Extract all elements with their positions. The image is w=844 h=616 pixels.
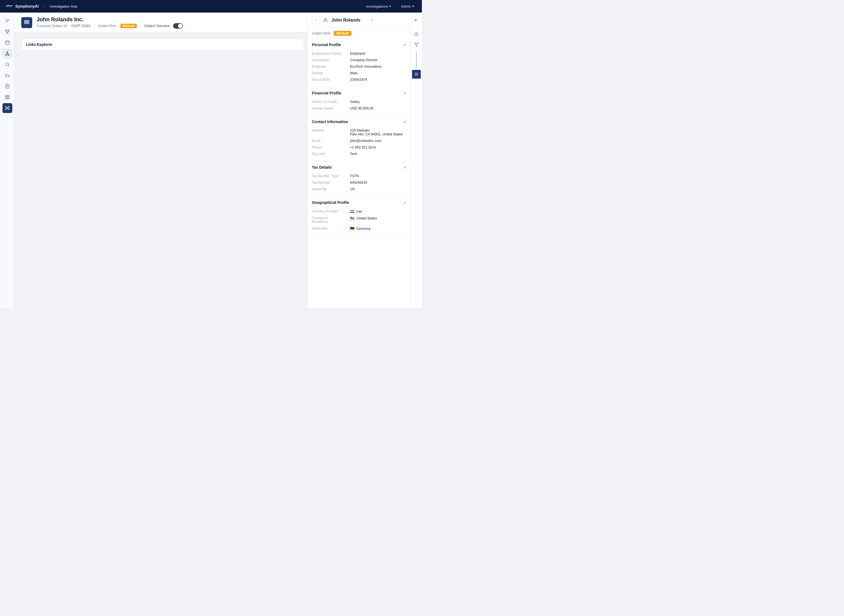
svg-line-9 [7,32,9,32]
financial-profile-title: Financial Profile [312,91,341,95]
svg-point-20 [6,63,9,66]
geo-profile-section: Geographical Profile ∧ Country of Origin… [307,197,410,236]
svg-point-14 [7,51,7,53]
info-row-tax-type: Tax Number Type FSTN [312,173,406,179]
scroll-indicator [416,52,417,68]
info-row-email: Email john@rolandinc.com [312,138,406,144]
subject-meta: Corporate Subject ID: CUST-T2421 | Subje… [37,23,183,29]
geo-profile-chevron: ∧ [404,201,406,204]
svg-point-15 [6,54,6,56]
svg-line-36 [7,107,9,108]
panel-filter-btn[interactable] [412,40,421,49]
svg-line-18 [7,53,9,54]
tax-details-section: Tax Details ∧ Tax Number Type FSTN Tax N… [307,161,410,197]
info-row-salary: Annual Salary USD 95,000.00 [312,105,406,111]
contact-info-body: Address 228 Webster, Palo Alto, CA 94301… [307,127,410,161]
panel-history-btn[interactable] [412,30,421,39]
sidebar-icon-grid[interactable] [3,92,12,102]
panel-list-btn[interactable] [412,70,421,79]
svg-rect-4 [8,30,9,31]
info-row-tax-number: Tax Number 849248333 [312,179,406,186]
risk-label: Subject Risk: [98,24,117,28]
svg-rect-42 [27,22,29,24]
personal-profile-section: Personal Profile ∧ Employment Status Emp… [307,39,410,87]
admin-chevron [412,6,414,7]
investigations-chevron [389,6,391,7]
contact-info-chevron: ∧ [404,120,406,124]
sidebar-icon-nodes[interactable] [3,103,12,113]
svg-point-34 [9,109,9,110]
svg-rect-40 [25,22,26,24]
svg-rect-27 [7,95,9,97]
panel-toolbar [410,28,422,308]
contact-info-section: Contact Information ∧ Address 228 Webste… [307,116,410,161]
corp-id-label: Corporate Subject ID: [37,24,68,28]
overview-toggle[interactable] [173,23,183,29]
info-row-address: Address 228 Webster, Palo Alto, CA 94301… [312,127,406,138]
contact-info-title: Contact Information [312,120,348,124]
geo-profile-body: Country of Origin 🇮🇷 Iran Country of Res… [307,208,410,236]
graph-wrapper: Links Explorer i Ongoing Investigations:… [15,32,307,308]
svg-rect-10 [6,41,9,44]
tax-details-chevron: ∧ [404,166,406,169]
logo-text: SymphonyAI [15,4,39,9]
panel-person-icon [321,16,329,24]
geo-profile-header[interactable]: Geographical Profile ∧ [307,197,410,208]
info-row-issued-by: Issued By US [312,186,406,192]
panel-risk-label: Subject Risk: [312,31,331,35]
top-nav: SymphonyAI Investigation Hub Investigati… [0,0,422,13]
panel-title: John Rolands [332,18,368,23]
overview-label: Subject Overview [144,24,170,28]
info-row-dob: Day of Birth 23/05/1974 [312,76,406,83]
investigations-menu[interactable]: Investigations [364,3,393,10]
financial-profile-section: Financial Profile ∧ Source of Funds Sala… [307,87,410,116]
tax-details-header[interactable]: Tax Details ∧ [307,161,410,173]
sidebar-icon-calendar[interactable] [3,38,12,47]
sidebar-icon-network[interactable] [3,48,12,59]
subject-icon [21,17,32,28]
svg-line-17 [6,53,7,54]
sidebar-icon-doc[interactable] [3,81,12,91]
svg-rect-3 [6,30,7,31]
svg-point-31 [5,106,6,107]
svg-line-21 [8,65,9,66]
corp-id-value: CUST-T2421 [71,24,90,28]
financial-profile-header[interactable]: Financial Profile ∧ [307,87,410,98]
svg-line-35 [6,107,7,108]
personal-profile-header[interactable]: Personal Profile ∧ [307,39,410,50]
info-row-residence: Country of Residence 🇺🇸 United States [312,215,406,225]
contact-info-header[interactable]: Contact Information ∧ [307,116,410,127]
content-area: John Rolands Inc. Corporate Subject ID: … [15,13,307,308]
svg-point-33 [5,109,6,110]
info-row-phone: Phone +1 650 321 3214 [312,144,406,151]
tax-details-title: Tax Details [312,165,332,170]
sidebar-icon-graph[interactable] [3,27,12,37]
panel-back-button[interactable]: ‹ [312,16,320,24]
sidebar-icon-folder[interactable] [3,70,12,80]
svg-line-37 [6,109,7,109]
personal-profile-body: Employment Status Employed Occupation Co… [307,50,410,87]
info-row-occupation: Occupation Company Director [312,57,406,63]
info-row-nationality: Nationality 🇩🇪 Germany [312,225,406,232]
info-row-gender: Gender Male [312,70,406,76]
financial-profile-chevron: ∧ [404,91,406,95]
panel-header: ‹ John Rolands ↗ ✦ [307,13,422,28]
admin-menu[interactable]: Admin [399,3,416,10]
external-link-icon[interactable]: ↗ [370,18,373,22]
sparkle-icon[interactable]: ✦ [414,18,417,23]
info-row-org-unit: Org Unit Tech [312,151,406,157]
subject-header: John Rolands Inc. Corporate Subject ID: … [15,13,307,32]
sidebar-icon-search[interactable] [3,60,12,69]
geo-profile-title: Geographical Profile [312,200,349,205]
personal-profile-title: Personal Profile [312,43,341,47]
svg-point-32 [9,106,9,107]
sidebar-icon-list[interactable] [3,16,12,26]
app-name: Investigation Hub [50,4,77,9]
subject-name: John Rolands Inc. [37,16,183,23]
svg-rect-5 [7,32,8,34]
logo[interactable]: SymphonyAI [6,4,39,9]
info-row-employment: Employment Status Employed [312,50,406,57]
svg-line-38 [7,109,9,109]
info-row-origin: Country of Origin 🇮🇷 Iran [312,208,406,215]
svg-rect-28 [6,98,7,99]
